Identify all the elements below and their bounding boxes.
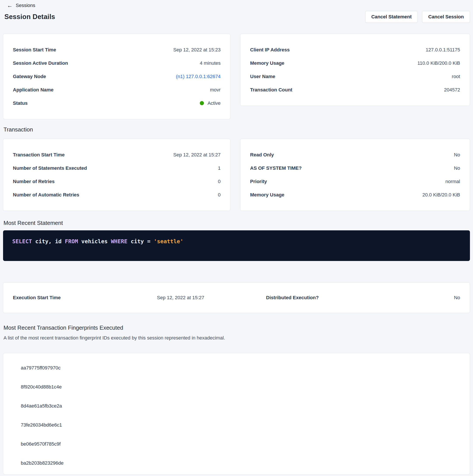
- page-header: Session Details Cancel Statement Cancel …: [3, 11, 470, 23]
- automatic-retries-value: 0: [218, 192, 221, 198]
- list-item: 8d4ae61a5fb3ce2a: [21, 403, 460, 409]
- memory-usage-value: 110.0 KiB/200.0 KiB: [418, 60, 460, 66]
- header-actions: Cancel Statement Cancel Session: [365, 11, 470, 23]
- priority-value: normal: [445, 179, 460, 184]
- table-row: Transaction Start Time Sep 12, 2022 at 1…: [13, 148, 221, 161]
- sql-string-literal: 'seattle': [154, 238, 183, 245]
- session-details-page: ← Sessions Session Details Cancel Statem…: [0, 0, 473, 475]
- list-item: ba2b203b823296de: [21, 460, 460, 466]
- status-text: Active: [207, 101, 221, 106]
- detail-label: Read Only: [250, 152, 274, 158]
- sql-keyword: WHERE: [111, 238, 128, 245]
- execution-info-card: Execution Start Time Sep 12, 2022 at 15:…: [3, 282, 470, 313]
- detail-label: Priority: [250, 179, 267, 184]
- detail-label: Application Name: [13, 87, 53, 93]
- detail-label: User Name: [250, 74, 275, 79]
- sql-statement-box: SELECT city, id FROM vehicles WHERE city…: [3, 230, 470, 261]
- sql-text: city, id: [32, 238, 65, 245]
- transaction-start-time-value: Sep 12, 2022 at 15:27: [173, 152, 221, 158]
- detail-label: AS OF SYSTEM TIME?: [250, 165, 302, 171]
- statement-section-heading: Most Recent Statement: [3, 220, 470, 226]
- execution-start-time-value: Sep 12, 2022 at 15:27: [157, 295, 204, 301]
- status-badge: Active: [200, 101, 221, 106]
- list-item: aa79775ff097970c: [21, 365, 460, 371]
- detail-label: Number of Statements Executed: [13, 165, 87, 171]
- statements-executed-value: 1: [218, 165, 221, 171]
- fingerprints-card: aa79775ff097970c 8f920c40d88b1c4e 8d4ae6…: [3, 353, 470, 475]
- client-info-card: Client IP Address 127.0.0.1:51175 Memory…: [240, 34, 470, 106]
- table-row: AS OF SYSTEM TIME? No: [250, 161, 460, 175]
- status-dot-icon: [200, 101, 204, 105]
- sql-keyword: FROM: [65, 238, 78, 245]
- detail-label: Client IP Address: [250, 47, 290, 53]
- table-row: Read Only No: [250, 148, 460, 161]
- table-row: Gateway Node (n1) 127.0.0.1:62674: [13, 70, 221, 83]
- fingerprints-section-heading: Most Recent Transaction Fingerprints Exe…: [3, 324, 470, 331]
- as-of-system-time-value: No: [454, 165, 460, 171]
- back-to-sessions-link[interactable]: ← Sessions: [7, 3, 35, 8]
- detail-label: Session Active Duration: [13, 60, 68, 66]
- transaction-count-value: 204572: [444, 87, 460, 93]
- client-ip-value: 127.0.0.1:51175: [426, 47, 460, 53]
- session-summary-row: Session Start Time Sep 12, 2022 at 15:23…: [3, 34, 470, 119]
- sql-text: city =: [128, 238, 154, 245]
- fingerprints-description: A list of the most recent transaction fi…: [3, 335, 470, 341]
- application-name-value: movr: [210, 87, 221, 93]
- session-info-card: Session Start Time Sep 12, 2022 at 15:23…: [3, 34, 230, 119]
- user-name-value: root: [452, 74, 460, 79]
- list-item: be06e9570f785c9f: [21, 441, 460, 447]
- transaction-info-card: Transaction Start Time Sep 12, 2022 at 1…: [3, 139, 230, 211]
- distributed-execution-value: No: [454, 295, 460, 301]
- detail-label: Memory Usage: [250, 60, 284, 66]
- table-row: Priority normal: [250, 175, 460, 188]
- detail-label: Transaction Count: [250, 87, 292, 93]
- session-start-time-value: Sep 12, 2022 at 15:23: [173, 47, 221, 53]
- txn-memory-usage-value: 20.0 KiB/20.0 KiB: [423, 192, 460, 198]
- detail-label: Session Start Time: [13, 47, 56, 53]
- transaction-props-card: Read Only No AS OF SYSTEM TIME? No Prior…: [240, 139, 470, 211]
- detail-label: Distributed Execution?: [266, 295, 319, 301]
- sql-keyword: SELECT: [12, 238, 32, 245]
- breadcrumb: ← Sessions: [7, 0, 470, 8]
- cancel-session-button[interactable]: Cancel Session: [422, 11, 470, 23]
- table-row: Memory Usage 110.0 KiB/200.0 KiB: [250, 56, 460, 70]
- detail-label: Number of Retries: [13, 179, 55, 184]
- table-row: User Name root: [250, 70, 460, 83]
- table-row: Memory Usage 20.0 KiB/20.0 KiB: [250, 188, 460, 202]
- detail-label: Gateway Node: [13, 74, 46, 79]
- table-row: Application Name movr: [13, 83, 221, 97]
- detail-label: Memory Usage: [250, 192, 284, 198]
- detail-label: Number of Automatic Retries: [13, 192, 79, 198]
- breadcrumb-label: Sessions: [16, 3, 35, 8]
- list-item: 73fe26034bd6e6c1: [21, 422, 460, 428]
- page-title: Session Details: [4, 13, 55, 21]
- list-item: 8f920c40d88b1c4e: [21, 384, 460, 390]
- transaction-summary-row: Transaction Start Time Sep 12, 2022 at 1…: [3, 139, 470, 211]
- session-duration-value: 4 minutes: [200, 60, 221, 66]
- table-row: Number of Retries 0: [13, 175, 221, 188]
- table-row: Session Active Duration 4 minutes: [13, 56, 221, 70]
- sql-statement-text: SELECT city, id FROM vehicles WHERE city…: [12, 238, 183, 245]
- table-row: Transaction Count 204572: [250, 83, 460, 97]
- table-row: Number of Statements Executed 1: [13, 161, 221, 175]
- detail-label: Execution Start Time: [13, 295, 125, 301]
- gateway-node-link[interactable]: (n1) 127.0.0.1:62674: [176, 74, 221, 79]
- table-row: Client IP Address 127.0.0.1:51175: [250, 43, 460, 56]
- cancel-statement-button[interactable]: Cancel Statement: [365, 11, 418, 23]
- table-row: Session Start Time Sep 12, 2022 at 15:23: [13, 43, 221, 56]
- detail-label: Transaction Start Time: [13, 152, 65, 158]
- read-only-value: No: [454, 152, 460, 158]
- retries-value: 0: [218, 179, 221, 184]
- sql-text: vehicles: [78, 238, 111, 245]
- detail-label: Status: [13, 101, 28, 106]
- table-row: Number of Automatic Retries 0: [13, 188, 221, 202]
- table-row: Status Active: [13, 97, 221, 110]
- transaction-section-heading: Transaction: [3, 126, 470, 133]
- arrow-left-icon: ←: [7, 3, 13, 8]
